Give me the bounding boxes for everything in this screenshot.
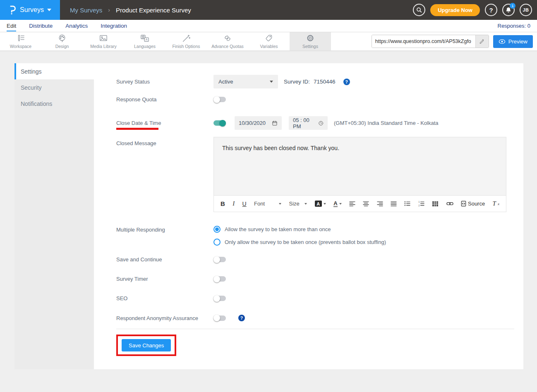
- bullet-list-icon: [404, 201, 410, 206]
- align-center-button[interactable]: [363, 201, 369, 206]
- chevron-down-icon: [270, 81, 273, 83]
- product-name: Surveys: [20, 6, 44, 14]
- source-doc-icon: [461, 201, 466, 207]
- questionpro-logo-icon: [9, 5, 17, 15]
- magic-wand-icon: [182, 34, 191, 43]
- tab-analytics[interactable]: Analytics: [65, 21, 88, 31]
- bullet-list-button[interactable]: [404, 201, 410, 206]
- survey-timer-toggle[interactable]: [213, 276, 226, 282]
- italic-button[interactable]: I: [233, 200, 235, 207]
- translate-icon: A: [140, 34, 149, 43]
- toolbar-item-label: Settings: [302, 44, 318, 49]
- survey-id-help-icon[interactable]: ?: [343, 79, 350, 85]
- user-avatar[interactable]: JB: [520, 4, 532, 16]
- preview-label: Preview: [508, 38, 527, 45]
- survey-url-box: [372, 35, 489, 48]
- remove-format-button[interactable]: Tx: [493, 200, 499, 207]
- sidebar-item-notifications[interactable]: Notifications: [14, 96, 94, 112]
- background-color-button[interactable]: A: [315, 201, 326, 207]
- toolbar-item-label: Languages: [134, 44, 156, 49]
- search-button[interactable]: [413, 4, 425, 16]
- tab-edit[interactable]: Edit: [7, 21, 16, 31]
- timezone-text: (GMT+05:30) India Standard Time - Kolkat…: [334, 120, 439, 126]
- toolbar-item-variables[interactable]: Variables: [248, 32, 290, 50]
- align-left-icon: [349, 201, 355, 206]
- chevron-down-icon: [339, 203, 342, 205]
- toolbar-item-label: Variables: [260, 44, 278, 49]
- gear-icon: [306, 34, 315, 43]
- toolbar-item-finish-options[interactable]: Finish Options: [165, 32, 207, 50]
- toolbar-item-media-library[interactable]: Media Library: [83, 32, 124, 50]
- seo-row: SEO: [116, 295, 523, 301]
- align-center-icon: [363, 201, 369, 206]
- numbered-list-button[interactable]: 12: [418, 201, 424, 206]
- edit-url-button[interactable]: [475, 35, 489, 48]
- toolbar-item-label: Workspace: [10, 44, 31, 49]
- font-dropdown[interactable]: Font: [254, 201, 281, 207]
- upgrade-now-button[interactable]: Upgrade Now: [430, 4, 480, 16]
- preview-button[interactable]: Preview: [493, 35, 533, 48]
- respondent-anonymity-toggle[interactable]: [213, 316, 226, 321]
- toolbar-item-settings[interactable]: Settings: [290, 32, 331, 50]
- align-left-button[interactable]: [349, 201, 355, 206]
- annotation-red-box: Save Changes: [116, 335, 176, 356]
- respondent-anonymity-help-icon[interactable]: ?: [238, 315, 245, 321]
- close-time-field[interactable]: 05 : 00 PM: [289, 116, 328, 130]
- seo-toggle[interactable]: [213, 296, 226, 301]
- help-button[interactable]: ?: [485, 4, 497, 16]
- chevron-down-icon: [304, 203, 307, 205]
- settings-form: Survey Status Active Survey ID: 7150446 …: [94, 63, 523, 369]
- form-divider: [116, 329, 514, 329]
- text-color-button[interactable]: A: [333, 201, 341, 207]
- source-button[interactable]: Source: [461, 201, 485, 207]
- sidebar-item-settings[interactable]: Settings: [14, 63, 94, 79]
- radio-allow-multiple[interactable]: Allow the survey to be taken more than o…: [213, 226, 386, 233]
- section-nav: Edit Distribute Analytics Integration Re…: [0, 20, 537, 32]
- notifications-button[interactable]: 1: [502, 4, 515, 16]
- save-changes-button[interactable]: Save Changes: [122, 339, 171, 351]
- pencil-icon: [479, 38, 485, 44]
- bold-button[interactable]: B: [221, 200, 225, 207]
- table-icon: [432, 201, 439, 207]
- align-justify-button[interactable]: [391, 201, 397, 206]
- svg-text:1: 1: [418, 201, 420, 203]
- toolbar-item-languages[interactable]: A Languages: [124, 32, 165, 50]
- tab-integration[interactable]: Integration: [101, 21, 127, 31]
- notification-badge: 1: [510, 3, 515, 9]
- insert-table-button[interactable]: [432, 201, 439, 207]
- sidebar-item-security[interactable]: Security: [14, 79, 94, 96]
- close-date-field[interactable]: 10/30/2020: [235, 116, 282, 130]
- close-date-time-toggle[interactable]: [213, 120, 226, 126]
- app-logo[interactable]: Surveys: [0, 0, 60, 20]
- close-date-time-row: Close Date & Time 10/30/2020 05 : 00 PM: [116, 116, 523, 130]
- closed-message-row: Closed Message This survey has been clos…: [116, 137, 523, 212]
- survey-id-value: 7150446: [314, 79, 336, 85]
- size-dropdown[interactable]: Size: [289, 201, 307, 207]
- close-time-value: 05 : 00 PM: [293, 117, 318, 129]
- underline-button[interactable]: U: [242, 201, 247, 207]
- save-and-continue-row: Save and Continue: [116, 256, 523, 263]
- save-and-continue-toggle[interactable]: [213, 257, 226, 262]
- image-icon: [99, 34, 108, 43]
- survey-status-select[interactable]: Active: [213, 75, 278, 88]
- align-right-button[interactable]: [377, 201, 383, 206]
- multiple-responding-row: Multiple Responding Allow the survey to …: [116, 226, 523, 246]
- breadcrumb-my-surveys[interactable]: My Surveys: [70, 7, 102, 14]
- respondent-anonymity-label: Respondent Anonymity Assurance: [116, 315, 213, 321]
- save-and-continue-label: Save and Continue: [116, 256, 213, 263]
- survey-timer-row: Survey Timer: [116, 276, 523, 282]
- response-quota-toggle[interactable]: [213, 97, 226, 102]
- closed-message-label: Closed Message: [116, 137, 213, 146]
- toolbar-item-advance-quotas[interactable]: Advance Quotas: [207, 32, 248, 50]
- toolbar-item-design[interactable]: Design: [41, 32, 83, 50]
- close-date-value: 10/30/2020: [239, 120, 266, 126]
- align-justify-icon: [391, 201, 397, 206]
- survey-url-input[interactable]: [372, 35, 475, 48]
- toolbar-item-workspace[interactable]: Workspace: [0, 32, 41, 50]
- breadcrumb-separator: ›: [108, 7, 110, 13]
- insert-link-button[interactable]: [446, 201, 453, 206]
- tab-distribute[interactable]: Distribute: [29, 21, 53, 31]
- radio-only-once[interactable]: Only allow the survey to be taken once (…: [213, 239, 386, 246]
- breadcrumb-current-survey: Product Experience Survey: [116, 7, 191, 14]
- closed-message-text[interactable]: This survey has been closed now. Thank y…: [214, 137, 506, 195]
